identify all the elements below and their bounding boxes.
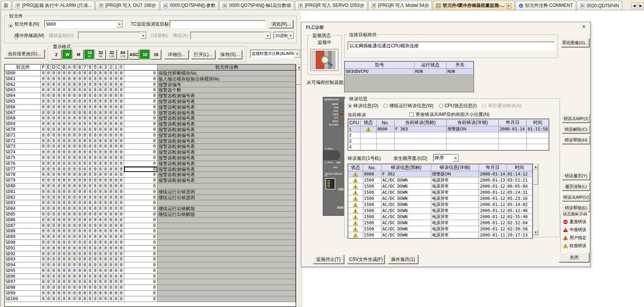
bit-cell[interactable]: 0	[67, 121, 72, 127]
bit-cell[interactable]: 0	[67, 296, 72, 302]
bit-cell[interactable]: 0	[46, 110, 52, 116]
bit-cell[interactable]: 0	[41, 183, 46, 189]
bit-cell[interactable]: 0	[51, 240, 57, 246]
bit-cell[interactable]: 0	[51, 246, 57, 251]
bit-cell[interactable]: 0	[46, 189, 52, 195]
bit-cell[interactable]: 0	[61, 127, 67, 133]
error-clear-button[interactable]: 错误解除(C)	[562, 125, 590, 133]
bit-cell[interactable]: 0	[108, 71, 114, 76]
bit-cell[interactable]: 0	[72, 149, 78, 155]
bit-cell[interactable]: 0	[103, 116, 108, 121]
bit-cell[interactable]: 0	[51, 138, 57, 144]
bit-cell[interactable]: 0	[83, 274, 88, 280]
bit-cell[interactable]: 0	[46, 138, 52, 144]
bit-cell[interactable]: 0	[87, 206, 93, 212]
bit-cell[interactable]: 0	[77, 110, 83, 116]
device-row-sd88[interactable]: SD8800000000000000000	[5, 228, 296, 234]
tc-target-input[interactable]	[170, 20, 266, 28]
bit-cell[interactable]: 0	[83, 228, 88, 234]
bit-cell[interactable]: 0	[67, 82, 72, 88]
bit-cell[interactable]: 0	[67, 110, 72, 116]
bit-cell[interactable]: 0	[108, 133, 114, 138]
bit-cell[interactable]: 0	[83, 138, 88, 144]
bit-cell[interactable]: 0	[113, 189, 119, 195]
bit-cell[interactable]: 0	[93, 149, 98, 155]
bit-cell[interactable]: 0	[77, 206, 83, 212]
bit-cell[interactable]: 0	[93, 71, 98, 76]
radio-icon[interactable]	[383, 104, 388, 108]
device-row-sd90[interactable]: SD9000000000000000000	[5, 240, 296, 246]
bit-cell[interactable]: 0	[46, 167, 52, 172]
bit-cell[interactable]: 0	[98, 223, 104, 229]
bit-cell[interactable]: 0	[61, 223, 67, 229]
bit-cell[interactable]: 0	[98, 195, 104, 201]
bit-cell[interactable]: 0	[103, 172, 108, 178]
bit-cell[interactable]: 0	[98, 189, 104, 195]
bit-cell[interactable]: 0	[57, 291, 62, 296]
bit-cell[interactable]: 0	[67, 251, 72, 257]
bit-cell[interactable]: 0	[103, 240, 108, 246]
device-row-sd62[interactable]: SD6200000000000000000报警器编号	[5, 82, 296, 88]
bit-cell[interactable]: 0	[113, 217, 119, 223]
bit-cell[interactable]: 0	[61, 291, 67, 296]
bit-cell[interactable]: 0	[93, 257, 98, 262]
bit-cell[interactable]: 0	[98, 71, 104, 76]
bit-cell[interactable]: 0	[87, 99, 93, 104]
bit-cell[interactable]: 0	[98, 155, 104, 161]
bit-cell[interactable]: 0	[61, 285, 67, 291]
tab-scroll-left-icon[interactable]: ◀	[631, 2, 637, 9]
bit-cell[interactable]: 0	[51, 262, 57, 268]
bit-cell[interactable]: 0	[41, 172, 46, 178]
bit-cell[interactable]: 0	[119, 296, 124, 302]
radio-icon[interactable]	[439, 104, 443, 108]
bit-cell[interactable]: 0	[83, 167, 88, 172]
bit-cell[interactable]: 0	[67, 99, 72, 104]
device-row-sd98[interactable]: SD9800000000000000000	[5, 285, 296, 291]
bit-cell[interactable]: 0	[57, 93, 62, 99]
bit-cell[interactable]: 0	[72, 183, 78, 189]
bit-cell[interactable]: 0	[103, 155, 108, 161]
bit-cell[interactable]: 0	[119, 183, 124, 189]
bit-cell[interactable]: 0	[61, 178, 67, 183]
format-button-w[interactable]: W	[62, 50, 73, 59]
bit-cell[interactable]: 0	[103, 144, 108, 149]
bit-cell[interactable]: 0	[77, 99, 83, 104]
bit-cell[interactable]: 0	[103, 87, 108, 93]
bit-cell[interactable]: 0	[98, 274, 104, 280]
bit-cell[interactable]: 0	[87, 183, 93, 189]
chevron-down-icon[interactable]: ▼	[453, 154, 459, 162]
bit-cell[interactable]: 0	[72, 76, 78, 82]
bit-cell[interactable]: 0	[57, 155, 62, 161]
bit-cell[interactable]: 0	[98, 200, 104, 206]
bit-cell[interactable]: 0	[93, 217, 98, 223]
bit-cell[interactable]: 0	[41, 133, 46, 138]
device-row-sd64[interactable]: SD6400000000000000000报警器检测编号表	[5, 93, 296, 99]
bit-cell[interactable]: 0	[57, 99, 62, 104]
bit-cell[interactable]: 0	[113, 121, 119, 127]
bit-cell[interactable]: 0	[103, 99, 108, 104]
bit-cell[interactable]: 0	[113, 212, 119, 217]
bit-cell[interactable]: 0	[98, 217, 104, 223]
bit-cell[interactable]: 0	[113, 71, 119, 76]
bit-cell[interactable]: 0	[57, 172, 62, 178]
bit-cell[interactable]: 0	[51, 99, 57, 104]
bit-cell[interactable]: 0	[51, 104, 57, 110]
bit-cell[interactable]: 0	[113, 76, 119, 82]
error-radio--o-[interactable]: 错误信息(O)	[348, 103, 378, 109]
bit-cell[interactable]: 0	[57, 217, 62, 223]
bit-cell[interactable]: 0	[87, 234, 93, 240]
history-row[interactable]: !1500AC/DC DOWN电源异常2000-01-1202:30:58	[348, 226, 532, 232]
bit-cell[interactable]: 0	[103, 268, 108, 274]
bit-cell[interactable]: 0	[41, 217, 46, 223]
bit-cell[interactable]: 0	[57, 274, 62, 280]
bit-cell[interactable]: 0	[103, 133, 108, 138]
bit-cell[interactable]: 0	[103, 183, 108, 189]
bit-cell[interactable]: 0	[119, 161, 124, 167]
bit-cell[interactable]: 0	[113, 82, 119, 88]
cpu-table-row[interactable]: Q03UDVCPURUNRUN	[345, 69, 474, 75]
bit-cell[interactable]: 0	[83, 178, 88, 183]
bit-cell[interactable]: 0	[51, 110, 57, 116]
bit-cell[interactable]: 0	[51, 76, 57, 82]
bit-cell[interactable]: 0	[103, 223, 108, 229]
bit-cell[interactable]: 0	[57, 127, 62, 133]
